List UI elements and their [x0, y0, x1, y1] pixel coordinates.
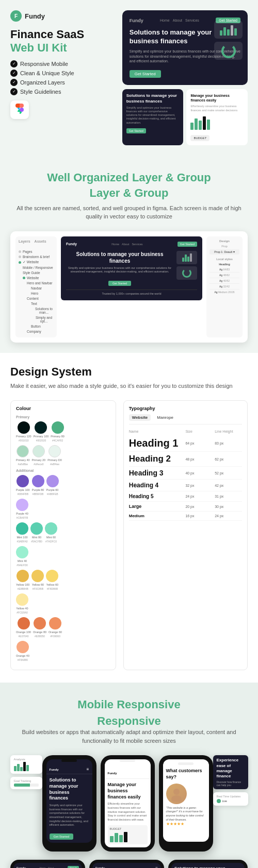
typography-title: Typography — [129, 406, 242, 411]
swatch-mint-100: Mint 100 #3ABFA0 — [16, 522, 28, 543]
updates-widget: Real Time Updates Live — [213, 792, 248, 806]
hero-dark-mockup: Fundy Home About Services Get Started So… — [122, 10, 248, 85]
purple-swatches-2: Purple 40 #CBAFFB — [16, 499, 110, 519]
design-system-subtitle: Make it easier, we also made a style gui… — [10, 382, 248, 390]
experience-widget: Experience ease of manage finance Discov… — [213, 755, 248, 789]
phone-2-screen: Fundy Manage your business finances easi… — [105, 759, 151, 847]
swatch-color — [17, 641, 29, 653]
svg-point-1 — [173, 789, 180, 795]
mockup-charts — [214, 21, 243, 60]
check-icon-1: ✓ — [10, 60, 18, 67]
mint-swatches-2: Mint 40 #9AEFD0 — [16, 546, 110, 567]
swatch-purple-80: Purple 80 #8B6FDB — [32, 475, 44, 496]
swatch-orange-80: Orange 80 #E88050 — [33, 617, 46, 638]
swatch-color — [16, 593, 28, 606]
swatch-color — [46, 475, 59, 487]
svg-point-2 — [171, 795, 182, 802]
partial-phone: Solutions to manage your business financ… — [168, 860, 248, 868]
mockup-nav-links: Home About Services — [160, 19, 199, 22]
phone-3: What customers say? "This website is a g… — [159, 755, 213, 852]
colour-panel: Colour Primary Primary 120 #001010 Prima… — [10, 400, 116, 670]
mint-swatches: Mint 100 #3ABFA0 Mint 80 #5ACFB0 Mint 60… — [16, 522, 110, 543]
feature-list: ✓ Responsive Mobile ✓ Clean & Unique Sty… — [10, 60, 115, 95]
swatch-color — [18, 421, 30, 434]
figma-design-panel: Design Prop Prop 1: Deault ▾ Local style… — [206, 236, 243, 337]
mockup-brand: Fundy — [130, 18, 143, 23]
mobile-dark-mockup: Solutions to manage your business financ… — [122, 89, 184, 145]
right-widgets: Experience ease of manage finance Discov… — [213, 755, 248, 852]
phone-3-screen: What customers say? "This website is a g… — [163, 759, 209, 842]
orange-swatches-2: Orange 40 #F8A880 — [16, 641, 110, 661]
fig-nav: Fundy Home About Services Get Started — [66, 242, 197, 247]
orange-swatches: Orange 100 #E07040 Orange 80 #E88050 Ora… — [16, 617, 110, 638]
customer-avatar — [166, 784, 187, 804]
figma-dark-preview: Fundy Home About Services Get Started So… — [61, 236, 202, 300]
swatch-yellow-80: Yellow 80 #F0C85B — [31, 570, 44, 590]
brand-name: Fundy — [25, 12, 45, 20]
light-mockup: Manage your business finances easily Eff… — [186, 89, 248, 145]
phone-notch — [61, 759, 77, 762]
organized-section: Well Organized Layer & Group Layer & Gro… — [0, 156, 258, 353]
mobile-header: Mobile Responsive Responsive Build websi… — [10, 698, 248, 745]
swatch-yellow-100: Yellow 100 #E8B84B — [16, 570, 29, 590]
tab-website[interactable]: Website — [129, 414, 151, 421]
analysis-widget: Analysis — [10, 755, 42, 774]
layer-dot — [19, 250, 21, 253]
feature-item-4: ✓ Style Guidelines — [10, 88, 115, 95]
dark-screen-2: Fundy ≡ Solutions to manage your busines… — [92, 863, 161, 868]
swatch-color — [34, 617, 46, 629]
swatch-primary-d0: Primary D0 #e8f4ee — [47, 445, 62, 466]
swatch-purple-40: Purple 40 #CBAFFB — [16, 499, 28, 519]
customer-avatar-row — [166, 784, 206, 804]
swatch-color — [49, 445, 61, 457]
circle-chart-widget — [214, 42, 243, 60]
dark-phone-2-nav: Fundy ≡ — [95, 866, 158, 868]
swatch-yellow-40: Yellow 40 #FCE8A0 — [16, 593, 28, 614]
swatch-color — [49, 617, 61, 629]
swatch-orange-40: Orange 40 #F8A880 — [16, 641, 29, 661]
swatch-color — [52, 421, 64, 434]
dark-phones-row: Fundy Home About Sign In Solutions to ma… — [10, 860, 248, 868]
typo-row-large: Large 20 px 30 px — [129, 502, 242, 512]
dark-screen-1: Fundy Home About Sign In Solutions to ma… — [13, 863, 82, 868]
figma-mockup: Layers Assets Pages Brainstorm & brief ✓… — [10, 231, 248, 343]
phone-2-nav: Fundy — [105, 765, 151, 779]
swatch-primary-100: Primary 100 #002020 — [34, 421, 49, 442]
hero-left-panel: F Fundy Finance SaaS Web UI Kit ✓ Respon… — [10, 10, 115, 145]
swatch-primary-120: Primary 120 #001010 — [16, 421, 31, 442]
swatch-color — [45, 522, 57, 535]
mockup-cta[interactable]: Get Started — [130, 70, 161, 78]
swatch-primary-40: Primary 40 #a8d8be — [16, 445, 30, 466]
additional-label: Additional — [16, 469, 110, 472]
hamburger-icon: ≡ — [87, 767, 89, 772]
phone-2-content: Manage your business finances easily Eff… — [105, 779, 151, 847]
feature-item-3: ✓ Organized Layers — [10, 79, 115, 86]
hero-right-panel: Fundy Home About Services Get Started So… — [122, 10, 248, 145]
figma-main-canvas: Fundy Home About Services Get Started So… — [61, 236, 202, 337]
phone-1-screen: Fundy ≡ Solutions to manage your busines… — [46, 759, 92, 843]
svg-point-0 — [20, 108, 24, 112]
phone-notch-2 — [120, 759, 135, 762]
swatch-color — [17, 475, 29, 487]
figma-layers-panel: Layers Assets Pages Brainstorm & brief ✓… — [15, 236, 57, 337]
swatch-purple-100: Purple 100 #6B4FBB — [16, 475, 30, 496]
typo-row-h5: Heading 5 24 px 31 px — [129, 491, 242, 502]
tab-manrope[interactable]: Manrope — [154, 414, 176, 421]
hero-section: F Fundy Finance SaaS Web UI Kit ✓ Respon… — [0, 0, 258, 156]
brand-row: F Fundy — [10, 10, 115, 22]
design-system-section: Design System Make it easier, we also ma… — [0, 353, 258, 683]
layer-dot — [19, 256, 21, 258]
layer-dot — [23, 277, 25, 279]
typography-table-header: Name Size Line Height — [129, 430, 242, 433]
feature-item-2: ✓ Clean & Unique Style — [10, 70, 115, 77]
swatch-orange-60: Orange 60 #F09060 — [49, 617, 62, 638]
organized-subtitle: All the screen are named, sorted, and we… — [10, 204, 248, 221]
hero-title: Finance SaaS Web UI Kit — [10, 28, 115, 55]
feature-item-1: ✓ Responsive Mobile — [10, 60, 115, 67]
swatch-yellow-60: Yellow 60 #F8D86B — [46, 570, 58, 590]
swatch-color — [33, 445, 45, 457]
dark-phone-1-nav: Fundy Home About Sign In — [17, 866, 79, 868]
purple-swatches: Purple 100 #6B4FBB Purple 80 #8B6FDB Pur… — [16, 475, 110, 496]
typo-row-h1: Heading 1 64 px 83 px — [129, 435, 242, 452]
swatch-purple-60: Purple 60 #AB8FEB — [46, 475, 59, 496]
